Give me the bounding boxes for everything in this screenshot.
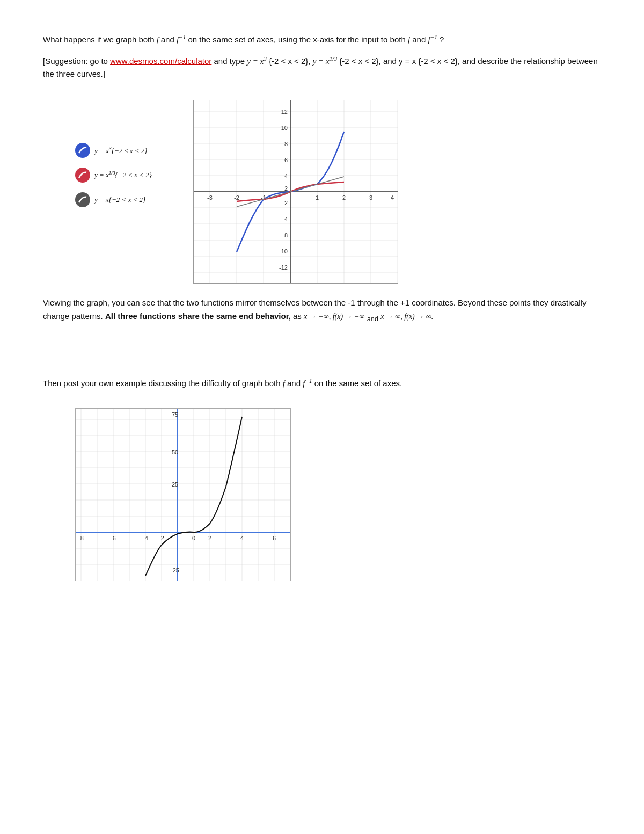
svg-text:4: 4 (391, 194, 394, 201)
svg-text:-25: -25 (171, 567, 179, 574)
svg-text:50: 50 (172, 449, 178, 455)
svg-text:-2: -2 (234, 194, 239, 201)
svg-text:12: 12 (281, 108, 288, 115)
svg-text:0: 0 (192, 535, 195, 541)
svg-text:8: 8 (284, 141, 288, 147)
svg-text:-2: -2 (159, 535, 164, 541)
svg-text:4: 4 (284, 173, 288, 179)
svg-text:6: 6 (273, 535, 276, 541)
svg-text:-3: -3 (207, 194, 213, 201)
svg-text:2: 2 (284, 185, 288, 192)
section2: Then post your own example discussing th… (43, 376, 601, 583)
svg-text:-4: -4 (282, 216, 288, 222)
analysis-bold: All three functions share the same end b… (105, 311, 291, 321)
legend-icon-red (75, 168, 90, 183)
svg-text:-4: -4 (143, 535, 148, 541)
finv-symbol: f−1 (177, 35, 186, 44)
eq1-domain: {-2 < x < 2}, (269, 56, 313, 66)
question-end: ? (440, 35, 444, 44)
section2-and: and (287, 379, 303, 388)
and-text2: and (412, 35, 428, 44)
legend-icon-blue (75, 143, 90, 158)
eq1: y = x3 (247, 57, 267, 66)
eq2: y = x1/3 (313, 57, 337, 66)
svg-text:-8: -8 (282, 232, 288, 238)
section2-f: f (283, 379, 285, 388)
question-cont: on the same set of axes, using the x-axi… (188, 35, 408, 44)
analysis-section: Viewing the graph, you can see that the … (43, 296, 601, 324)
svg-text:-6: -6 (111, 535, 116, 541)
svg-text:-12: -12 (279, 264, 288, 271)
svg-text:2: 2 (342, 194, 346, 201)
end-behavior-2: x → ∞, f(x) → ∞. (380, 313, 433, 321)
f-symbol: f (157, 35, 161, 44)
question-text: What happens if we graph both (43, 35, 155, 44)
svg-text:4: 4 (240, 535, 244, 541)
end-behavior-1: x → −∞, f(x) → −∞ (304, 313, 364, 321)
analysis-as: as (293, 311, 304, 321)
svg-text:-8: -8 (78, 535, 84, 541)
legend-item-3: y = x{−2 < x < 2} (75, 192, 193, 207)
suggestion-type: and type (214, 56, 247, 66)
finv2-symbol: f−1 (428, 35, 437, 44)
and-text: and (161, 35, 177, 44)
legend-label-3: y = x{−2 < x < 2} (94, 195, 145, 204)
svg-text:-10: -10 (279, 248, 288, 255)
question-paragraph: What happens if we graph both f and f−1 … (43, 32, 601, 46)
legend-item-2: y = x1/3{−2 < x < 2} (75, 168, 193, 183)
spacer (43, 344, 601, 376)
svg-text:25: 25 (172, 481, 178, 488)
section2-paragraph: Then post your own example discussing th… (43, 376, 601, 390)
and-subscript: and (367, 315, 378, 323)
second-graph-svg: -8 -6 -4 -2 0 2 4 6 75 50 25 -25 (76, 409, 290, 581)
suggestion-paragraph: [Suggestion: go to www.desmos.com/calcul… (43, 54, 601, 81)
legend-label-2: y = x1/3{−2 < x < 2} (94, 170, 152, 179)
svg-text:3: 3 (369, 194, 372, 201)
second-graph-wrap: -8 -6 -4 -2 0 2 4 6 75 50 25 -25 (75, 408, 291, 581)
desmos-link[interactable]: www.desmos.com/calculator (110, 56, 211, 66)
legend-label-1: y = x3{−2 ≤ x < 2} (94, 146, 148, 155)
graph-container: y = x3{−2 ≤ x < 2} y = x1/3{−2 < x < 2} … (75, 100, 601, 284)
section2-end: on the same set of axes. (314, 379, 402, 388)
section2-intro: Then post your own example discussing th… (43, 379, 283, 388)
legend-icon-gray (75, 192, 90, 207)
legend-panel: y = x3{−2 ≤ x < 2} y = x1/3{−2 < x < 2} … (75, 100, 193, 207)
svg-text:2: 2 (208, 535, 211, 541)
legend-item-1: y = x3{−2 ≤ x < 2} (75, 143, 193, 158)
svg-text:-2: -2 (282, 200, 288, 206)
desmos-graph-svg: -3 -2 -1 1 2 3 4 12 10 8 6 4 -2 -4 -8 -1… (194, 100, 398, 283)
svg-text:1: 1 (316, 194, 319, 201)
svg-text:10: 10 (281, 125, 288, 131)
svg-text:75: 75 (172, 411, 178, 418)
svg-text:6: 6 (284, 157, 288, 163)
section2-finv: f−1 (303, 379, 312, 388)
section-question: What happens if we graph both f and f−1 … (43, 32, 601, 81)
desmos-graph-wrap: -3 -2 -1 1 2 3 4 12 10 8 6 4 -2 -4 -8 -1… (193, 100, 398, 284)
f2-symbol: f (408, 35, 410, 44)
analysis-paragraph: Viewing the graph, you can see that the … (43, 296, 601, 324)
suggestion-prefix: [Suggestion: go to (43, 56, 110, 66)
